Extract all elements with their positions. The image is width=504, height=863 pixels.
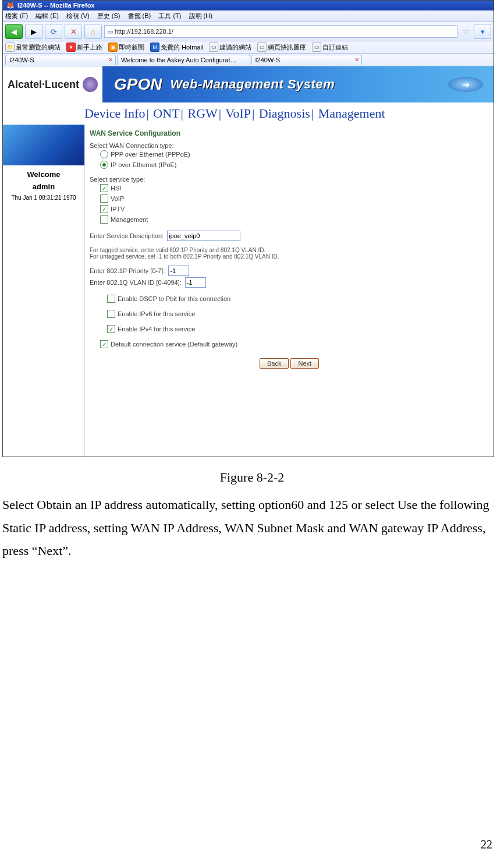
msn-icon: M [150, 43, 159, 52]
close-icon[interactable]: ✕ [108, 56, 113, 63]
nav-device-info[interactable]: Device Info [84, 106, 145, 121]
priority-label: Enter 802.1P Priority [0-7]: [90, 267, 165, 274]
button-row: Back Next [90, 360, 489, 367]
window-titlebar: 🦊 I240W-S -- Mozilla Firefox [3, 1, 494, 10]
close-icon[interactable]: ✕ [354, 56, 359, 63]
form-title: WAN Service Configuration [90, 129, 489, 137]
arrow-icon: ➔ [448, 77, 483, 92]
url-bar[interactable]: ▭ http://192.168.220.1/ [104, 25, 457, 38]
menu-view[interactable]: 檢視 (V) [66, 12, 90, 19]
tag-hint-1: For tagged service, enter valid 802.1P P… [90, 247, 489, 253]
checkbox-icon: ✓ [100, 205, 108, 213]
checkbox-icon [100, 215, 108, 224]
back-button[interactable]: Back [260, 358, 289, 369]
svc-type-label: Select service type: [90, 176, 489, 183]
go-dropdown-icon[interactable]: ▾ [474, 24, 491, 39]
bookmark-gallery[interactable]: ▭網頁快訊圖庫 [257, 43, 306, 52]
left-panel: Welcome admin Thu Jan 1 08:31:21 1970 [3, 125, 84, 457]
banner-gpon: GPON [114, 75, 162, 94]
menu-history[interactable]: 歷史 (S) [97, 12, 120, 19]
page-icon: ▭ [107, 28, 113, 36]
menu-bar: 檔案 (F) 編輯 (E) 檢視 (V) 歷史 (S) 書籤 (B) 工具 (T… [3, 10, 494, 22]
radio-ipoe[interactable]: IP over Ethernet (IPoE) [90, 160, 489, 170]
bookmark-custom[interactable]: ▭自訂連結 [312, 43, 348, 52]
menu-file[interactable]: 檔案 (F) [5, 12, 28, 19]
menu-tools[interactable]: 工具 (T) [158, 12, 181, 19]
bookmark-suggested[interactable]: ▭建議的網站 [209, 43, 251, 52]
main-nav: Device Info| ONT| RGW| VoIP| Diagnosis| … [3, 102, 494, 125]
desc-input[interactable] [167, 231, 240, 241]
bookmark-star-icon[interactable]: ☆ [460, 26, 471, 37]
checkbox-icon [107, 310, 115, 318]
nav-management[interactable]: Management [318, 106, 385, 121]
reload-button[interactable]: ⟳ [45, 24, 62, 39]
check-dscp[interactable]: Enable DSCP to Pbit for this connection [90, 293, 489, 304]
page-banner: Alcatel·Lucent GPON Web-Management Syste… [3, 66, 494, 102]
tab-2[interactable]: Welcome to the Askey Auto Configurat… [117, 55, 250, 65]
check-ipv6[interactable]: Enable IPv6 for this service [90, 309, 489, 319]
banner-subtitle: Web-Management System [171, 77, 335, 92]
bookmark-most-visited[interactable]: 📁最常瀏覽的網站 [5, 43, 61, 52]
check-default-gw[interactable]: ✓Default connection service (Default gat… [90, 339, 489, 349]
check-mgmt[interactable]: Management [90, 214, 489, 225]
stop-button[interactable]: ✕ [65, 24, 82, 39]
menu-edit[interactable]: 編輯 (E) [36, 12, 59, 19]
vlan-input[interactable] [185, 277, 206, 288]
tab-strip: I240W-S✕ Welcome to the Askey Auto Confi… [3, 54, 494, 66]
check-iptv[interactable]: ✓IPTV [90, 204, 489, 214]
url-text: http://192.168.220.1/ [115, 28, 173, 35]
checkbox-icon: ✓ [107, 325, 115, 333]
body-paragraph: Select Obtain an IP address automaticall… [0, 493, 504, 563]
home-button[interactable]: ⌂ [84, 24, 102, 39]
vlan-label: Enter 802.1Q VLAN ID [0-4094]: [90, 279, 182, 286]
desc-label: Enter Service Description: [90, 232, 164, 239]
menu-bookmarks[interactable]: 書籤 (B) [128, 12, 151, 19]
nav-rgw[interactable]: RGW [187, 106, 217, 121]
checkbox-icon: ✓ [100, 340, 108, 348]
forward-button[interactable]: ▶ [25, 24, 42, 39]
page-icon: ▭ [312, 43, 321, 52]
radio-icon [100, 150, 108, 158]
page-number: 22 [481, 838, 492, 851]
check-voip[interactable]: VoIP [90, 193, 489, 204]
checkbox-icon: ✓ [100, 184, 108, 192]
check-ipv4[interactable]: ✓Enable IPv4 for this service [90, 324, 489, 334]
checkbox-icon [100, 194, 108, 203]
conn-type-label: Select WAN Connection type: [90, 142, 489, 149]
nav-toolbar: ◀ ▶ ⟳ ✕ ⌂ ▭ http://192.168.220.1/ ☆ ▾ [3, 22, 494, 41]
check-hsi[interactable]: ✓HSI [90, 183, 489, 193]
page-icon: ▭ [257, 43, 267, 52]
radio-icon [100, 161, 108, 169]
brand-logo: Alcatel·Lucent [3, 66, 102, 102]
rss-icon: ▣ [108, 43, 118, 52]
priority-input[interactable] [168, 266, 189, 276]
page-icon: ▭ [209, 43, 218, 52]
bookmark-news[interactable]: ▣即時新聞 [108, 43, 144, 52]
tab-3[interactable]: I240W-S✕ [251, 55, 362, 65]
menu-help[interactable]: 說明 (H) [189, 12, 212, 19]
user-label: admin [3, 182, 84, 191]
sidebar-graphic [3, 125, 84, 165]
bookmark-getting-started[interactable]: ★新手上路 [66, 43, 102, 52]
star-icon: ★ [66, 43, 76, 52]
firefox-icon: 🦊 [6, 2, 15, 9]
nav-ont[interactable]: ONT [153, 106, 179, 121]
back-button[interactable]: ◀ [5, 24, 23, 39]
checkbox-icon [107, 295, 115, 303]
tag-hint-2: For untagged service, set -1 to both 802… [90, 253, 489, 260]
bookmark-hotmail[interactable]: M免費的 Hotmail [150, 43, 203, 52]
swirl-icon [83, 77, 98, 92]
welcome-label: Welcome [3, 170, 84, 179]
figure-caption: Figure 8-2-2 [0, 470, 504, 485]
tab-1[interactable]: I240W-S✕ [5, 55, 116, 65]
timestamp: Thu Jan 1 08:31:21 1970 [3, 194, 84, 201]
bookmarks-bar: 📁最常瀏覽的網站 ★新手上路 ▣即時新聞 M免費的 Hotmail ▭建議的網站… [3, 41, 494, 54]
radio-pppoe[interactable]: PPP over Ethernet (PPPoE) [90, 149, 489, 160]
browser-screenshot: 🦊 I240W-S -- Mozilla Firefox 檔案 (F) 編輯 (… [2, 0, 494, 457]
nav-diagnosis[interactable]: Diagnosis [259, 106, 310, 121]
wan-config-form: WAN Service Configuration Select WAN Con… [84, 125, 494, 457]
next-button[interactable]: Next [290, 358, 319, 369]
window-title: I240W-S -- Mozilla Firefox [17, 2, 94, 9]
nav-voip[interactable]: VoIP [225, 106, 251, 121]
folder-icon: 📁 [5, 43, 15, 52]
